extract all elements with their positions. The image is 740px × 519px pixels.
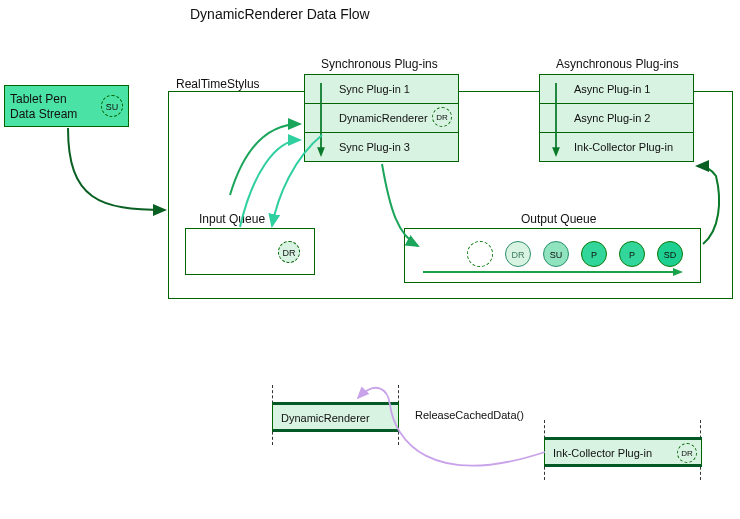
sync-item-3: Sync Plug-in 3 xyxy=(305,133,458,162)
su-badge-icon: SU xyxy=(101,95,123,117)
output-queue-item-6-sd: SD xyxy=(657,241,683,267)
async-item-ink-collector: Ink-Collector Plug-in xyxy=(540,133,693,162)
async-plugins-label: Asynchronous Plug-ins xyxy=(556,57,679,71)
sync-item-dynamicrenderer: DynamicRenderer DR xyxy=(305,104,458,133)
async-plugins-box: Async Plug-in 1 Async Plug-in 2 Ink-Coll… xyxy=(539,74,694,162)
sync-plugins-box: Sync Plug-in 1 DynamicRenderer DR Sync P… xyxy=(304,74,459,162)
output-queue-item-1-empty xyxy=(467,241,493,267)
dr-badge-icon: DR xyxy=(432,107,452,127)
bottom-dynamicrenderer-label: DynamicRenderer xyxy=(281,412,370,424)
async-item-2: Async Plug-in 2 xyxy=(540,104,693,133)
output-queue-item-4-p: P xyxy=(581,241,607,267)
output-queue-item-5-p: P xyxy=(619,241,645,267)
input-queue-label: Input Queue xyxy=(199,212,265,226)
sync-plugins-label: Synchronous Plug-ins xyxy=(321,57,438,71)
output-queue-label: Output Queue xyxy=(521,212,596,226)
output-queue-item-3-su: SU xyxy=(543,241,569,267)
tablet-line2: Data Stream xyxy=(10,107,77,121)
bottom-ink-collector-box: Ink-Collector Plug-in DR xyxy=(544,437,702,467)
realtimestylus-label: RealTimeStylus xyxy=(176,77,260,91)
bottom-ink-collector-label: Ink-Collector Plug-in xyxy=(553,447,652,459)
arrow-tablet-to-rts xyxy=(68,128,165,210)
sync-item-1: Sync Plug-in 1 xyxy=(305,75,458,104)
bottom-dr-badge-icon: DR xyxy=(677,443,697,463)
diagram-title: DynamicRenderer Data Flow xyxy=(190,6,370,22)
bottom-dynamicrenderer-box: DynamicRenderer xyxy=(272,402,399,432)
svg-marker-5 xyxy=(673,268,683,276)
output-queue-arrow-icon xyxy=(423,266,683,276)
output-queue-box: DRSUPPSD xyxy=(404,228,701,283)
input-queue-box: DR xyxy=(185,228,315,275)
async-item-1: Async Plug-in 1 xyxy=(540,75,693,104)
input-queue-dr-badge-icon: DR xyxy=(278,241,300,263)
output-queue-item-2-dr: DR xyxy=(505,241,531,267)
release-cached-data-label: ReleaseCachedData() xyxy=(415,409,524,421)
tablet-pen-label: Tablet Pen Data Stream xyxy=(10,92,77,122)
tablet-line1: Tablet Pen xyxy=(10,92,67,106)
sync-item-2-label: DynamicRenderer xyxy=(339,112,428,124)
